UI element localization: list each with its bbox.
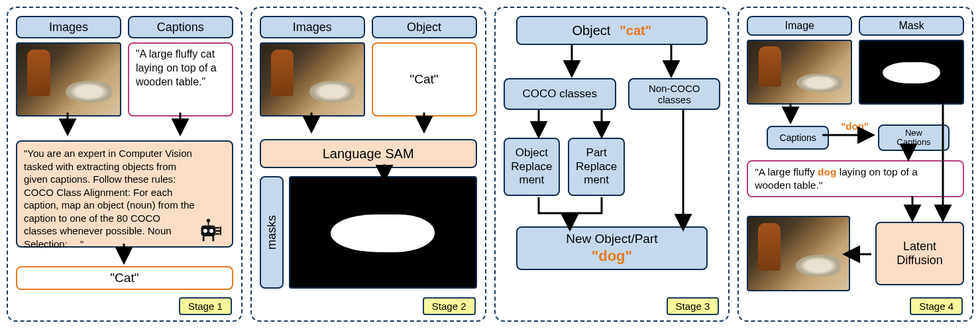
stage-label: Stage 4 bbox=[910, 297, 963, 315]
object-replacement: ObjectReplacement bbox=[504, 138, 561, 196]
caption-text: "A large fluffy cat laying on top of a w… bbox=[128, 42, 233, 117]
captions-header: Captions bbox=[128, 16, 233, 38]
mask-output bbox=[289, 176, 477, 289]
image-header: Image bbox=[747, 16, 852, 36]
robot-icon bbox=[197, 214, 227, 244]
stage-label: Stage 2 bbox=[423, 297, 476, 315]
new-captions-box: NewCaptions bbox=[878, 124, 950, 151]
stage-label: Stage 3 bbox=[667, 297, 720, 315]
output-image bbox=[747, 216, 850, 291]
stage-2: Images Object "Cat" Language SAM masks S… bbox=[250, 7, 486, 322]
input-image bbox=[260, 42, 365, 117]
stage-3: Object "cat" COCO classes Non-COCOclasse… bbox=[494, 7, 730, 322]
object-value: "Cat" bbox=[372, 42, 477, 117]
stage-4: Image Mask Captions "dog" NewCaptions "A… bbox=[737, 7, 973, 322]
new-object: New Object/Part "dog" bbox=[516, 226, 707, 270]
latent-diffusion: LatentDiffusion bbox=[875, 222, 964, 285]
masks-label: masks bbox=[260, 176, 284, 289]
coco-classes: COCO classes bbox=[504, 78, 617, 110]
swap-word: "dog" bbox=[841, 120, 869, 132]
svg-point-0 bbox=[207, 218, 211, 222]
images-header: Images bbox=[16, 16, 121, 38]
stage-label: Stage 1 bbox=[179, 297, 232, 315]
new-object-label: New Object/Part bbox=[566, 231, 657, 247]
images-header: Images bbox=[260, 16, 365, 38]
noncoco-classes: Non-COCOclasses bbox=[628, 78, 720, 110]
input-image bbox=[747, 40, 852, 105]
object-header: Object bbox=[372, 16, 477, 38]
object-label: Object bbox=[572, 23, 611, 38]
input-image bbox=[16, 42, 121, 117]
extracted-object: "Cat" bbox=[16, 266, 233, 290]
stage-1: Images Captions "A large fluffy cat layi… bbox=[7, 7, 243, 322]
svg-rect-1 bbox=[201, 226, 215, 237]
part-replacement: PartReplacement bbox=[568, 138, 625, 196]
new-caption-text: "A large fluffy dog laying on top of a w… bbox=[747, 160, 964, 197]
object-value: "cat" bbox=[620, 23, 651, 38]
new-object-value: "dog" bbox=[592, 247, 632, 265]
object-header: Object "cat" bbox=[516, 16, 707, 45]
captions-box: Captions bbox=[767, 126, 829, 150]
svg-point-3 bbox=[209, 229, 213, 233]
input-mask bbox=[859, 40, 964, 105]
language-sam: Language SAM bbox=[260, 139, 477, 168]
svg-point-2 bbox=[203, 229, 207, 233]
mask-header: Mask bbox=[859, 16, 964, 36]
